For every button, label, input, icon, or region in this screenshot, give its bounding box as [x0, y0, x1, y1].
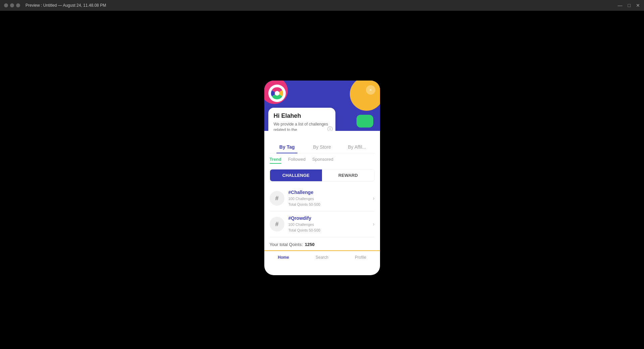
svg-point-1 [275, 91, 279, 96]
greeting-card: Hi Elaheh We provide a list of challenge… [268, 108, 335, 131]
phone-modal: × Hi Elaheh We provide a list of challen… [264, 81, 380, 275]
challenge-item-2[interactable]: # #Qrowdify 100 Challenges Total Qoints … [270, 211, 375, 237]
challenge-icon-1: # [270, 191, 284, 206]
challenge-qoints-2: Total Qoints 50-500 [288, 228, 373, 233]
challenge-arrow-2: › [373, 221, 374, 227]
nav-search[interactable]: Search [303, 255, 341, 260]
sub-tabs: Trend Followed Sponsored [270, 153, 375, 164]
title-bar-actions: — □ ✕ [618, 0, 640, 11]
banner-green-decoration [357, 115, 373, 128]
main-tabs: By Tag By Store By Affil... [270, 141, 375, 153]
challenge-count-1: 100 Challenges [288, 196, 373, 202]
app-logo [268, 85, 286, 102]
tab-by-tag[interactable]: By Tag [270, 141, 305, 153]
title-dot-2 [10, 3, 14, 7]
challenge-name-1: #Challenge [288, 190, 373, 195]
nav-profile[interactable]: Profile [341, 255, 380, 260]
challenge-name-2: #Qrowdify [288, 215, 373, 221]
info-icon[interactable]: ⓘ [327, 126, 333, 131]
tab-by-affil[interactable]: By Affil... [339, 141, 374, 153]
subtab-trend[interactable]: Trend [270, 157, 281, 164]
toggle-group: CHALLENGE REWARD [270, 169, 375, 182]
challenge-list: # #Challenge 100 Challenges Total Qoints… [270, 186, 375, 237]
challenge-info-2: #Qrowdify 100 Challenges Total Qoints 50… [288, 215, 373, 233]
nav-home[interactable]: Home [264, 255, 303, 260]
toggle-challenge[interactable]: CHALLENGE [270, 169, 322, 181]
logo-icon [271, 87, 283, 99]
challenge-count-2: 100 Challenges [288, 222, 373, 228]
toggle-reward[interactable]: REWARD [322, 169, 374, 181]
challenge-arrow-1: › [373, 195, 374, 201]
greeting-text: We provide a list of challenges related … [274, 121, 330, 131]
title-bar-title: Preview : Untitled — August 24, 11.48.08… [25, 3, 106, 8]
challenge-item-1[interactable]: # #Challenge 100 Challenges Total Qoints… [270, 186, 375, 211]
main-content: By Tag By Store By Affil... Trend Follow… [264, 141, 380, 250]
bottom-nav: Home Search Profile [264, 250, 380, 262]
minimize-button[interactable]: — [618, 3, 623, 8]
title-dot-3 [16, 3, 20, 7]
subtab-followed[interactable]: Followed [288, 157, 306, 164]
maximize-button[interactable]: □ [628, 3, 631, 8]
modal-close-button[interactable]: × [366, 85, 375, 95]
tab-by-store[interactable]: By Store [305, 141, 339, 153]
title-dot-1 [4, 3, 8, 7]
total-qoints-label: Your total Qoints: [270, 242, 303, 247]
logo-wrapper [271, 87, 283, 99]
subtab-sponsored[interactable]: Sponsored [312, 157, 333, 164]
greeting-title: Hi Elaheh [274, 112, 330, 119]
total-qoints-value: 1250 [305, 242, 315, 247]
challenge-qoints-1: Total Qoints 50-500 [288, 202, 373, 207]
title-bar: Preview : Untitled — August 24, 11.48.08… [0, 0, 644, 11]
header-banner: × Hi Elaheh We provide a list of challen… [264, 81, 380, 131]
title-bar-controls [4, 3, 20, 7]
challenge-icon-2: # [270, 217, 284, 232]
tabs-section: By Tag By Store By Affil... [270, 141, 375, 153]
banner-yellow-decoration [350, 81, 380, 111]
total-qoints-bar: Your total Qoints: 1250 [270, 237, 375, 250]
challenge-info-1: #Challenge 100 Challenges Total Qoints 5… [288, 190, 373, 207]
window-close-button[interactable]: ✕ [636, 3, 640, 8]
